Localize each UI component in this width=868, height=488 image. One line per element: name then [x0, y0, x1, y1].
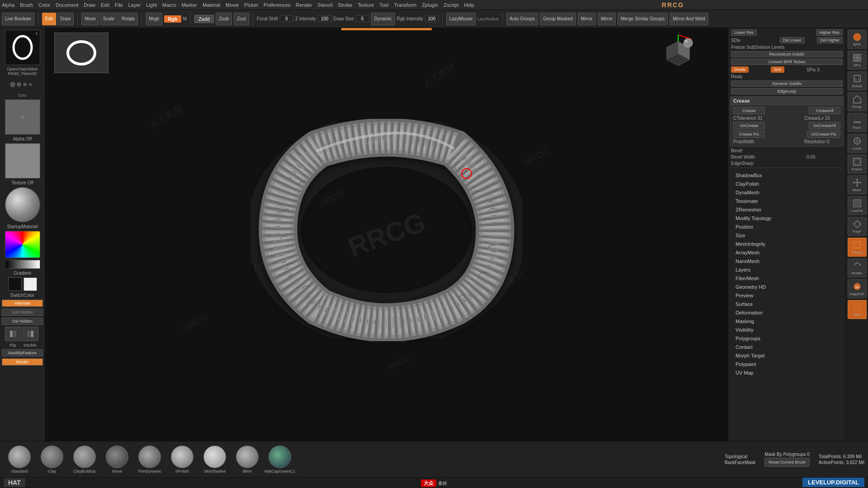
- del-higher-button[interactable]: Del Higher: [817, 37, 843, 43]
- maskbyfeature-button[interactable]: MaskByFeature: [2, 349, 43, 357]
- focal-shift-value[interactable]: 0: [280, 15, 293, 22]
- dynamic-button[interactable]: Dynamic: [371, 13, 395, 25]
- del-lower-button[interactable]: Del Lower: [780, 37, 805, 43]
- brush-matcapgreenc1[interactable]: MatCapGreenC1: [264, 446, 296, 474]
- menu-document[interactable]: Document: [56, 2, 78, 8]
- merge-similar-button[interactable]: Merge Similar Groups: [618, 13, 668, 25]
- nanomesh-item[interactable]: NanoMesh: [732, 257, 842, 265]
- menu-stroke[interactable]: Stroke: [338, 2, 352, 8]
- actual-button[interactable]: 1:1 Actual: [848, 71, 867, 90]
- edgeloop-button[interactable]: EdgeLoop: [731, 88, 843, 94]
- menu-file[interactable]: File: [115, 2, 123, 8]
- crease-header[interactable]: Crease: [731, 97, 843, 105]
- gradient-bar[interactable]: [5, 260, 40, 269]
- rotate-3d-button[interactable]: Rotate: [848, 258, 867, 277]
- menu-texture[interactable]: Texture: [358, 2, 374, 8]
- line-fill-button[interactable]: LineFill: [848, 196, 867, 215]
- smt-button[interactable]: Smt: [771, 66, 784, 73]
- local-button[interactable]: Local: [848, 134, 867, 153]
- menu-transform[interactable]: Transform: [394, 2, 416, 8]
- canvas-area[interactable]: RRCG 人人素材 RRCG 人人素材 RRCG RRCG 人人素材 人人素材 …: [45, 28, 728, 441]
- spix-button[interactable]: SPix: [848, 51, 867, 70]
- menu-help[interactable]: Help: [464, 2, 474, 8]
- zremesher-item[interactable]: ZRemesher: [732, 206, 842, 214]
- move-button[interactable]: Move: [81, 13, 99, 25]
- polypaint-item[interactable]: Polypaint: [732, 360, 842, 368]
- color-picker[interactable]: [5, 231, 40, 258]
- higher-res-button[interactable]: Higher Res: [816, 29, 843, 36]
- menu-preferences[interactable]: Preferences: [264, 2, 290, 8]
- arraymesh-item[interactable]: ArrayMesh: [732, 249, 842, 257]
- preview-item[interactable]: Preview: [732, 291, 842, 300]
- meshintegrity-item[interactable]: MeshIntegrity: [732, 240, 842, 248]
- position-item[interactable]: Position: [732, 223, 842, 231]
- crease-button[interactable]: Crease: [733, 107, 765, 114]
- geometryhd-item[interactable]: Geometry HD: [732, 283, 842, 291]
- brush-hpolish[interactable]: hPolish: [166, 446, 198, 474]
- alternate-button[interactable]: Alternate: [2, 300, 43, 307]
- surface-item[interactable]: Surface: [732, 300, 842, 308]
- group-masked-button[interactable]: Group Masked: [540, 13, 576, 25]
- polygroups-item[interactable]: Polygroups: [732, 334, 842, 343]
- material-preview[interactable]: [5, 187, 40, 222]
- menu-tool[interactable]: Tool: [379, 2, 388, 8]
- uncrease-pg-button[interactable]: UnCrease PG: [807, 131, 840, 138]
- uvmap-item[interactable]: UV Map: [732, 369, 842, 377]
- menu-stencil[interactable]: Stencil: [317, 2, 332, 8]
- lazy-mouse-button[interactable]: LazyMouse: [446, 13, 476, 25]
- morph-target-item[interactable]: Morph Target: [732, 352, 842, 360]
- layers-item[interactable]: Layers: [732, 266, 842, 274]
- auto-groups-button[interactable]: Auto Groups: [506, 13, 538, 25]
- menu-material[interactable]: Material: [203, 2, 220, 8]
- zapplt3d-button[interactable]: 3D ZappIt3D: [848, 279, 867, 298]
- reset-current-brush-button[interactable]: Reset Current Brush: [764, 458, 810, 467]
- live-bool-button[interactable]: Live Boolean: [2, 13, 34, 25]
- modify-topology-item[interactable]: Modify Topology: [732, 214, 842, 222]
- menu-macro[interactable]: Macro: [162, 2, 176, 8]
- tessimate-item[interactable]: Tessimate: [732, 197, 842, 205]
- zcut-button[interactable]: Zcut: [234, 13, 249, 25]
- masking-item[interactable]: Masking: [732, 317, 842, 325]
- move-3d-button[interactable]: Move: [848, 175, 867, 194]
- menu-zplugin[interactable]: Zplugin: [422, 2, 438, 8]
- crease-all-button[interactable]: CreaseAll: [809, 107, 840, 114]
- border-button[interactable]: Border: [2, 358, 43, 366]
- rgb-intensity-value[interactable]: 100: [425, 15, 439, 22]
- rotate-button[interactable]: Rotate: [118, 13, 138, 25]
- persp-button[interactable]: Persp: [848, 92, 867, 111]
- z-intensity-value[interactable]: 100: [318, 15, 331, 22]
- deformation-item[interactable]: Deformation: [732, 309, 842, 317]
- convert-bpr-button[interactable]: Convert BPR ToGeo: [731, 59, 843, 65]
- menu-zscript[interactable]: Zscript: [443, 2, 458, 8]
- brush-clay[interactable]: Clay: [36, 446, 68, 474]
- mirror-right-button[interactable]: Mirror: [598, 13, 616, 25]
- brush-standard[interactable]: Standard: [4, 446, 35, 474]
- brush-skinshade4[interactable]: SkinShade4: [199, 446, 231, 474]
- reconstruct-subdiv-button[interactable]: Reconstruct Subdiv: [731, 51, 843, 57]
- size-item[interactable]: Size: [732, 231, 842, 239]
- menu-layer[interactable]: Layer: [128, 2, 141, 8]
- claypolish-item[interactable]: ClayPolish: [732, 180, 842, 188]
- uncrease-all-button[interactable]: UnCreaseAll: [809, 122, 840, 129]
- flip-icon-btn[interactable]: [5, 327, 21, 341]
- contact-item[interactable]: Contact: [732, 343, 842, 351]
- lower-res-button[interactable]: Lower Res: [731, 29, 757, 36]
- uncrease-button[interactable]: UnCrease: [733, 122, 765, 129]
- menu-picker[interactable]: Picker: [244, 2, 258, 8]
- menu-alpha[interactable]: Alpha: [2, 2, 14, 8]
- menu-render[interactable]: Render: [296, 2, 312, 8]
- rgb-button[interactable]: Rgb: [164, 15, 181, 23]
- draw-size-value[interactable]: 6: [356, 15, 369, 22]
- bpr-button[interactable]: BPR: [848, 30, 867, 49]
- alpha-preview[interactable]: α: [5, 99, 40, 135]
- mirror-left-button[interactable]: Mirror: [578, 13, 596, 25]
- brush-trimdynamic[interactable]: TrimDynamic: [134, 446, 165, 474]
- fibermesh-item[interactable]: FiberMesh: [732, 274, 842, 282]
- nav-cube[interactable]: [660, 35, 692, 66]
- menu-edit[interactable]: Edit: [101, 2, 109, 8]
- del-hidden-button[interactable]: Del Hidden: [2, 318, 43, 325]
- zadd-button[interactable]: Zadd: [194, 15, 214, 23]
- brush-blinn[interactable]: Blinn: [231, 446, 263, 474]
- brush-preview[interactable]: 1: [5, 30, 40, 65]
- divide-button[interactable]: Divide: [731, 66, 749, 73]
